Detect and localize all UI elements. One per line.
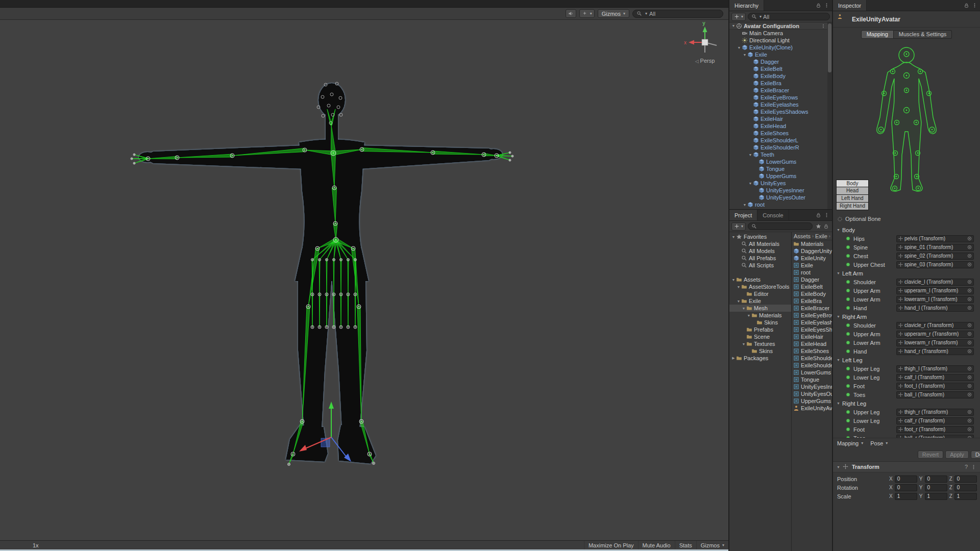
object-picker-icon[interactable] [967, 279, 972, 285]
project-folder-all-prefabs[interactable]: All Prefabs [729, 255, 791, 262]
project-folder-all-scripts[interactable]: All Scripts [729, 262, 791, 269]
object-picker-icon[interactable] [967, 392, 972, 397]
hierarchy-item-exileunity-clone-[interactable]: ▼ExileUnity(Clone) [729, 44, 827, 51]
kebab-menu-icon[interactable] [824, 212, 829, 218]
bone-object-field[interactable]: clavicle_l (Transform) [896, 279, 974, 286]
hierarchy-item-exilehead[interactable]: ExileHead [729, 122, 827, 130]
scale-z-field[interactable]: 1 [954, 493, 977, 500]
object-picker-icon[interactable] [967, 305, 972, 311]
project-folder-assetstoretools[interactable]: ▼AssetStoreTools [729, 283, 791, 290]
foldout-arrow-icon[interactable]: ▼ [837, 315, 840, 318]
scene-gizmos-dropdown[interactable]: Gizmos▾ [598, 9, 629, 18]
position-x-field[interactable]: 0 [895, 475, 917, 483]
transform-component-header[interactable]: ▼ Transform ? [833, 461, 980, 472]
asset-item-exilehair[interactable]: ExileHair [792, 333, 832, 340]
game-button-maximize-on-play[interactable]: Maximize On Play [584, 541, 638, 549]
foldout-arrow-icon[interactable]: ▼ [837, 465, 840, 469]
bone-group-left-leg[interactable]: ▼Left Leg [833, 356, 980, 364]
asset-item-exileeyesshadows[interactable]: ExileEyesShadows [792, 326, 832, 333]
bone-object-field[interactable]: pelvis (Transform) [896, 235, 974, 242]
expand-arrow-icon[interactable]: ▼ [736, 285, 741, 289]
tab-project[interactable]: Project [729, 210, 757, 220]
scale-y-field[interactable]: 1 [925, 493, 947, 500]
expand-arrow-icon[interactable]: ▼ [731, 235, 736, 239]
object-picker-icon[interactable] [967, 331, 972, 337]
hierarchy-item-exile[interactable]: ▼Exile [729, 51, 827, 58]
hierarchy-item-lowergums[interactable]: LowerGums [729, 158, 827, 165]
scene-search-field[interactable]: ▾ All [632, 10, 723, 18]
scene-viewport[interactable]: y x ◁Persp [0, 20, 728, 540]
hierarchy-item-uppergums[interactable]: UpperGums [729, 172, 827, 180]
tab-console[interactable]: Console [757, 210, 789, 220]
bone-object-field[interactable]: lowerarm_r (Transform) [896, 339, 974, 346]
bone-object-field[interactable]: foot_r (Transform) [896, 426, 974, 433]
part-button-body[interactable]: Body [836, 180, 869, 187]
game-scale-label[interactable]: 1x [33, 542, 39, 548]
bone-object-field[interactable]: upperarm_r (Transform) [896, 331, 974, 338]
expand-arrow-icon[interactable]: ▼ [736, 299, 741, 303]
bone-object-field[interactable]: clavicle_r (Transform) [896, 322, 974, 329]
hierarchy-item-directional-light[interactable]: Directional Light [729, 37, 827, 44]
project-folder-packages[interactable]: ▶Packages [729, 355, 791, 362]
asset-item-exile[interactable]: Exile [792, 262, 832, 269]
asset-item-lowergums[interactable]: LowerGums [792, 369, 832, 376]
hierarchy-item-exilebra[interactable]: ExileBra [729, 80, 827, 87]
hierarchy-scrollbar[interactable] [827, 22, 832, 209]
revert-button[interactable]: Revert [918, 450, 943, 459]
asset-item-exileunityavatar[interactable]: ExileUnityAvatar [792, 405, 832, 412]
kebab-menu-icon[interactable] [824, 3, 829, 8]
hierarchy-item-exileshoulderr[interactable]: ExileShoulderR [729, 144, 827, 151]
bone-object-field[interactable]: spine_02 (Transform) [896, 253, 974, 260]
hierarchy-item-exileeyelashes[interactable]: ExileEyelashes [729, 101, 827, 108]
object-picker-icon[interactable] [967, 374, 972, 380]
lock-icon[interactable] [816, 3, 821, 8]
position-y-field[interactable]: 0 [925, 475, 947, 483]
object-picker-icon[interactable] [967, 322, 972, 328]
apply-button[interactable]: Apply [945, 450, 969, 459]
object-picker-icon[interactable] [967, 383, 972, 389]
game-button-mute-audio[interactable]: Mute Audio [638, 541, 675, 549]
project-folder-exile[interactable]: ▼Exile [729, 297, 791, 305]
rotation-y-field[interactable]: 0 [925, 484, 947, 491]
expand-arrow-icon[interactable]: ▼ [742, 53, 747, 57]
asset-item-exilebra[interactable]: ExileBra [792, 297, 832, 305]
foldout-arrow-icon[interactable]: ▼ [837, 228, 840, 232]
breadcrumb-segment[interactable]: Exile [815, 233, 827, 239]
hierarchy-item-exileeyebrows[interactable]: ExileEyeBrows [729, 94, 827, 101]
asset-item-exileshoes[interactable]: ExileShoes [792, 347, 832, 355]
done-button[interactable]: Done [971, 450, 980, 459]
object-picker-icon[interactable] [967, 340, 972, 345]
save-search-star-icon[interactable] [816, 223, 821, 229]
project-folder-scene[interactable]: Scene [729, 333, 791, 340]
foldout-arrow-icon[interactable]: ▼ [837, 271, 840, 275]
bone-object-field[interactable]: ball_l (Transform) [896, 391, 974, 398]
asset-item-exilebracer[interactable]: ExileBracer [792, 305, 832, 312]
asset-item-root[interactable]: root [792, 269, 832, 276]
project-folder-prefabs[interactable]: Prefabs [729, 326, 791, 333]
part-button-head[interactable]: Head [836, 187, 869, 195]
pose-menu-dropdown[interactable]: Pose▾ [870, 440, 888, 446]
asset-item-exilebody[interactable]: ExileBody [792, 290, 832, 297]
part-button-left-hand[interactable]: Left Hand [836, 195, 869, 203]
expand-arrow-icon[interactable]: ▶ [731, 356, 736, 360]
hierarchy-item-exilebelt[interactable]: ExileBelt [729, 65, 827, 72]
tab-mapping[interactable]: Mapping [861, 30, 894, 39]
bone-group-left-arm[interactable]: ▼Left Arm [833, 269, 980, 278]
scrollbar-thumb[interactable] [828, 23, 831, 72]
foldout-arrow-icon[interactable]: ▼ [837, 358, 840, 362]
asset-item-unityeyesinner[interactable]: UnityEyesInner [792, 383, 832, 390]
avatar-body-map[interactable] [868, 42, 945, 212]
object-picker-icon[interactable] [967, 427, 972, 432]
hierarchy-item-unityeyes[interactable]: ▼UnityEyes [729, 180, 827, 187]
bone-object-field[interactable]: spine_01 (Transform) [896, 244, 974, 251]
project-folder-all-materials[interactable]: All Materials [729, 240, 791, 247]
kebab-menu-icon[interactable] [971, 464, 976, 470]
tab-muscles-settings[interactable]: Muscles & Settings [894, 30, 952, 39]
project-folder-skins[interactable]: Skins [729, 319, 791, 326]
bone-object-field[interactable]: thigh_l (Transform) [896, 365, 974, 372]
project-folder-textures[interactable]: ▼Textures [729, 340, 791, 347]
project-folder-editor[interactable]: Editor [729, 290, 791, 297]
hierarchy-item-exilebody[interactable]: ExileBody [729, 72, 827, 80]
kebab-menu-icon[interactable] [972, 3, 977, 8]
hidden-packages-icon[interactable] [823, 223, 829, 229]
